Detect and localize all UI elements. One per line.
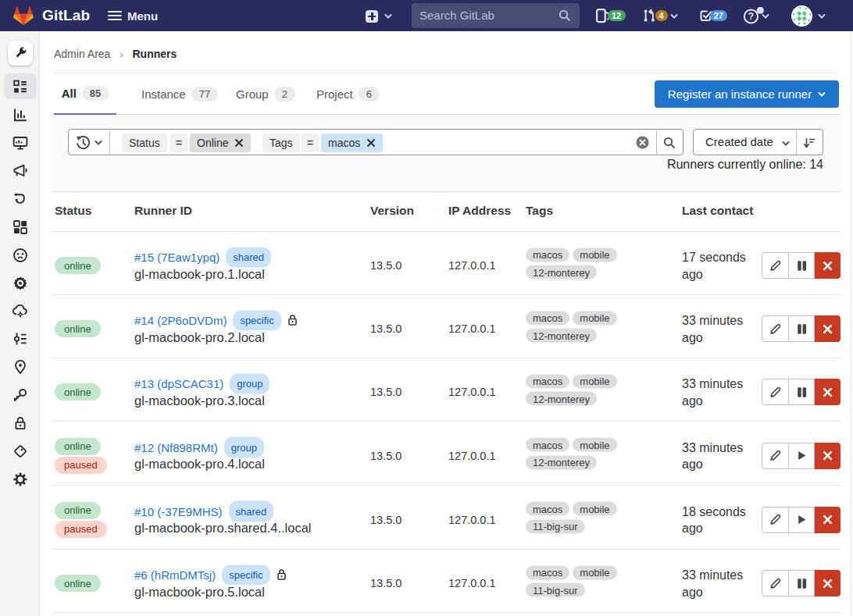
- svg-text:?: ?: [748, 11, 754, 22]
